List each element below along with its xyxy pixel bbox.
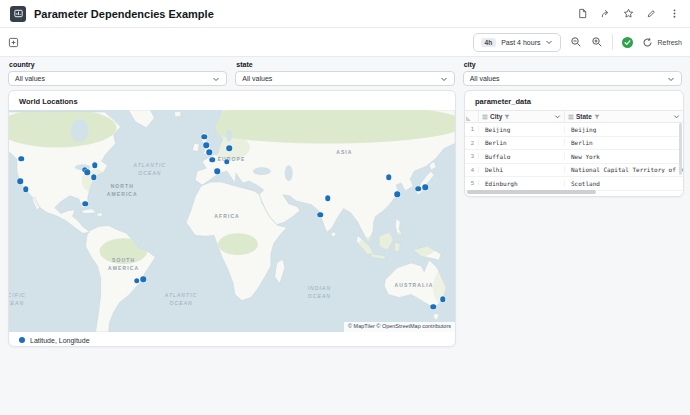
column-filter-icon[interactable] <box>594 114 600 120</box>
map-point[interactable] <box>92 162 98 168</box>
map-point[interactable] <box>202 134 208 140</box>
run-status-ok-icon <box>622 37 633 48</box>
state-cell: National Capital Territory of Delhi <box>565 166 683 173</box>
filter-bar: country All values state All values city… <box>0 57 690 88</box>
corner-handle-icon <box>466 116 471 121</box>
map-point[interactable] <box>215 169 221 175</box>
column-header-state[interactable]: State <box>565 111 683 122</box>
chevron-down-icon <box>212 75 220 83</box>
favorite-star-icon[interactable] <box>623 8 634 19</box>
scrollbar-thumb[interactable] <box>467 190 596 194</box>
zoom-in-icon[interactable] <box>591 36 603 48</box>
horizontal-scrollbar[interactable] <box>467 190 675 194</box>
filter-state-select[interactable]: All values <box>235 71 454 86</box>
map-point[interactable] <box>140 277 146 283</box>
map-point[interactable] <box>318 212 324 218</box>
table-row: 1 Beijing Beijing <box>465 123 683 137</box>
add-widget-icon[interactable] <box>8 37 19 48</box>
legend-label: Latitude, Longitude <box>30 337 90 344</box>
map-point[interactable] <box>203 142 209 148</box>
legend-dot-icon <box>19 337 25 343</box>
map-point[interactable] <box>224 159 230 165</box>
row-number: 4 <box>465 167 479 173</box>
column-type-icon <box>482 114 488 120</box>
map-point[interactable] <box>17 179 23 185</box>
map-point[interactable] <box>386 175 392 181</box>
column-menu-chevron-icon[interactable] <box>554 113 561 120</box>
map-point[interactable] <box>23 186 29 192</box>
column-filter-icon[interactable] <box>504 114 510 120</box>
map-point[interactable] <box>325 196 331 202</box>
filter-country-value: All values <box>15 75 45 82</box>
share-icon[interactable] <box>600 8 611 19</box>
column-label: State <box>576 113 592 120</box>
file-icon[interactable] <box>577 8 588 19</box>
row-number-header <box>465 111 479 122</box>
row-number: 1 <box>465 126 479 132</box>
table-panel: parameter_data City State 1 Beijing Beij… <box>464 90 684 197</box>
map-canvas[interactable]: © MapTiler © OpenStreetMap contributors … <box>9 110 455 332</box>
map-point[interactable] <box>394 191 400 197</box>
toolbar-divider <box>612 34 613 50</box>
map-point[interactable] <box>440 297 446 303</box>
map-point[interactable] <box>422 184 428 190</box>
dashboard-toolbar: 4h Past 4 hours Refresh <box>0 28 690 57</box>
map-panel-title: World Locations <box>9 91 455 110</box>
state-cell: Scotland <box>565 180 683 187</box>
map-attribution: © MapTiler © OpenStreetMap contributors <box>344 322 455 332</box>
table-row: 3 Buffalo New York <box>465 150 683 164</box>
city-cell: Delhi <box>479 166 565 173</box>
refresh-icon <box>642 37 653 48</box>
header-actions <box>577 8 680 19</box>
filter-country-label: country <box>9 61 227 68</box>
chevron-down-icon <box>440 75 448 83</box>
map-point[interactable] <box>227 146 233 152</box>
zoom-out-icon[interactable] <box>570 36 582 48</box>
app-header: Parameter Dependencies Example <box>0 0 690 28</box>
table-row: 2 Berlin Berlin <box>465 137 683 151</box>
table-row: 4 Delhi National Capital Territory of De… <box>465 164 683 178</box>
filter-country: country All values <box>8 60 227 88</box>
column-header-city[interactable]: City <box>479 111 565 122</box>
data-table: City State 1 Beijing Beijing 2 Berlin Be… <box>465 110 683 196</box>
chevron-down-icon <box>545 38 553 46</box>
map-point[interactable] <box>430 304 436 310</box>
map-legend: Latitude, Longitude <box>9 332 455 347</box>
vertical-scrollbar[interactable] <box>679 123 682 188</box>
state-cell: Beijing <box>565 126 683 133</box>
scrollbar-thumb[interactable] <box>679 123 682 175</box>
chevron-down-icon <box>667 75 675 83</box>
refresh-label: Refresh <box>657 39 682 46</box>
city-cell: Beijing <box>479 126 565 133</box>
filter-city-select[interactable]: All values <box>463 71 682 86</box>
kebab-menu-icon[interactable] <box>669 8 680 19</box>
refresh-button[interactable]: Refresh <box>642 37 682 48</box>
map-point[interactable] <box>19 156 25 162</box>
map-point[interactable] <box>416 186 422 192</box>
table-row: 5 Edinburgh Scotland <box>465 177 683 191</box>
column-label: City <box>490 113 502 120</box>
time-range-picker[interactable]: 4h Past 4 hours <box>473 33 562 52</box>
row-number: 2 <box>465 140 479 146</box>
filter-state-value: All values <box>242 75 272 82</box>
filter-country-select[interactable]: All values <box>8 71 227 86</box>
world-map-image <box>9 110 455 332</box>
map-point[interactable] <box>207 150 213 156</box>
filter-state-label: state <box>236 61 454 68</box>
column-type-icon <box>568 114 574 120</box>
filter-state: state All values <box>235 60 454 88</box>
city-cell: Berlin <box>479 139 565 146</box>
map-point[interactable] <box>85 170 91 176</box>
column-menu-chevron-icon[interactable] <box>673 113 680 120</box>
map-point[interactable] <box>91 174 97 180</box>
page-title: Parameter Dependencies Example <box>34 8 214 20</box>
filter-city: city All values <box>463 60 682 88</box>
map-point[interactable] <box>134 278 140 284</box>
map-point[interactable] <box>83 201 89 207</box>
time-range-label: Past 4 hours <box>501 39 540 46</box>
row-number: 3 <box>465 153 479 159</box>
map-point[interactable] <box>210 157 216 163</box>
edit-pencil-icon[interactable] <box>646 8 657 19</box>
table-panel-title: parameter_data <box>465 91 683 110</box>
state-cell: Berlin <box>565 139 683 146</box>
